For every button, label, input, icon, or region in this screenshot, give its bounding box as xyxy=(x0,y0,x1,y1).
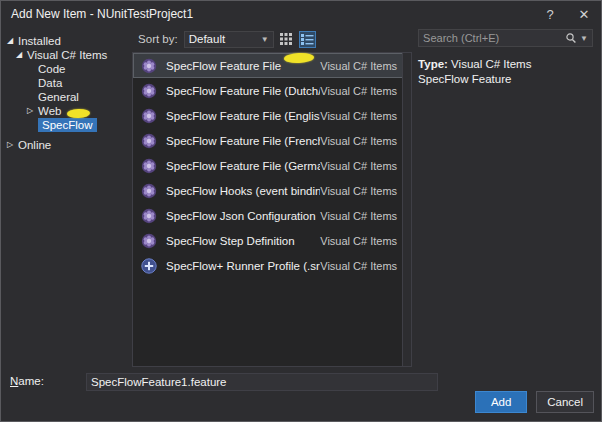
sidebar-item-specflow[interactable]: SpecFlow xyxy=(1,118,130,132)
sidebar-item-online[interactable]: ▷ Online xyxy=(1,138,130,152)
sidebar-item-label: Code xyxy=(38,62,66,76)
grid-view-icon xyxy=(279,32,293,46)
sidebar-item-label: Visual C# Items xyxy=(27,48,107,62)
list-item[interactable]: SpecFlow+ Runner Profile (.srprofile) Vi… xyxy=(133,253,411,278)
item-type: Visual C# Items xyxy=(320,210,397,222)
template-details: Type: Visual C# Items SpecFlow Feature xyxy=(418,57,593,87)
item-type: Visual C# Items xyxy=(320,235,397,247)
list-item[interactable]: SpecFlow Hooks (event bindings) Visual C… xyxy=(133,178,411,203)
list-item[interactable]: SpecFlow Json Configuration Visual C# It… xyxy=(133,203,411,228)
close-button[interactable]: ✕ xyxy=(567,1,601,27)
sidebar-item-label: Web xyxy=(38,104,61,118)
item-label: SpecFlow Hooks (event bindings) xyxy=(166,185,320,197)
list-item[interactable]: SpecFlow Feature File (English) Visual C… xyxy=(133,103,411,128)
item-label: SpecFlow Step Definition xyxy=(166,235,320,247)
item-type: Visual C# Items xyxy=(320,160,397,172)
expander-icon[interactable]: ▷ xyxy=(7,138,18,152)
sidebar-item-label: Online xyxy=(18,138,51,152)
expander-icon[interactable]: ◢ xyxy=(7,34,18,48)
list-item[interactable]: SpecFlow Step Definition Visual C# Items xyxy=(133,228,411,253)
add-new-item-dialog: Add New Item - NUnitTestProject1 ? ✕ ◢ I… xyxy=(0,0,602,422)
item-type: Visual C# Items xyxy=(320,110,397,122)
sort-dropdown[interactable]: Default ▼ xyxy=(184,31,274,48)
list-item[interactable]: SpecFlow Feature File Visual C# Items xyxy=(133,53,411,78)
expander-icon[interactable]: ▷ xyxy=(27,104,38,118)
item-label: SpecFlow Feature File (English) xyxy=(166,110,320,122)
item-type: Visual C# Items xyxy=(320,60,397,72)
sidebar-item-installed[interactable]: ◢ Installed xyxy=(1,34,130,48)
scrollbar[interactable] xyxy=(402,53,411,366)
specflow-icon xyxy=(140,207,157,224)
sidebar-item-label: Data xyxy=(38,76,62,90)
item-label: SpecFlow Feature File (French/français) xyxy=(166,135,320,147)
name-label: Name: xyxy=(10,375,44,387)
help-button[interactable]: ? xyxy=(533,1,567,27)
window-title: Add New Item - NUnitTestProject1 xyxy=(11,7,533,21)
template-description: SpecFlow Feature xyxy=(418,72,593,87)
chevron-down-icon: ▼ xyxy=(261,35,269,44)
type-value: Visual C# Items xyxy=(451,58,531,70)
specflow-icon xyxy=(140,82,157,99)
sidebar-item-label: Installed xyxy=(18,34,61,48)
sort-toolbar: Sort by: Default ▼ xyxy=(130,29,412,49)
list-item[interactable]: SpecFlow Feature File (German/Deutsch) V… xyxy=(133,153,411,178)
search-chevron-down-icon[interactable]: ▼ xyxy=(580,34,588,43)
sidebar-item-data[interactable]: Data xyxy=(1,76,130,90)
list-item[interactable]: SpecFlow Feature File (Dutch/Nederlands)… xyxy=(133,78,411,103)
add-button[interactable]: Add xyxy=(475,391,527,413)
sort-dropdown-value: Default xyxy=(189,33,261,45)
item-type: Visual C# Items xyxy=(320,85,397,97)
expander-icon[interactable]: ◢ xyxy=(16,48,27,62)
search-icon[interactable] xyxy=(565,32,577,44)
list-view-button[interactable] xyxy=(299,31,316,48)
details-panel: ▼ Type: Visual C# Items SpecFlow Feature xyxy=(412,27,601,367)
dialog-body: ◢ Installed ◢ Visual C# Items Code Data … xyxy=(1,27,601,367)
specflow-icon xyxy=(140,157,157,174)
search-box[interactable]: ▼ xyxy=(418,29,593,47)
search-input[interactable] xyxy=(423,32,565,44)
sidebar-item-web[interactable]: ▷ Web xyxy=(1,104,130,118)
item-label: SpecFlow Feature File (German/Deutsch) xyxy=(166,160,320,172)
specflow-icon xyxy=(140,132,157,149)
type-label: Type: xyxy=(418,58,448,70)
template-list: SpecFlow Feature File Visual C# Items Sp… xyxy=(132,52,412,367)
sidebar-item-code[interactable]: Code xyxy=(1,62,130,76)
item-type: Visual C# Items xyxy=(320,260,397,272)
specflow-plus-icon xyxy=(140,257,157,274)
item-type: Visual C# Items xyxy=(320,135,397,147)
titlebar[interactable]: Add New Item - NUnitTestProject1 ? ✕ xyxy=(1,1,601,27)
specflow-icon xyxy=(140,232,157,249)
dialog-footer: Name: Add Cancel xyxy=(1,367,601,421)
medium-icons-view-button[interactable] xyxy=(278,31,295,48)
specflow-icon xyxy=(140,57,157,74)
specflow-icon xyxy=(140,182,157,199)
list-view-icon xyxy=(300,32,314,46)
item-label: SpecFlow Feature File (Dutch/Nederlands) xyxy=(166,85,320,97)
sidebar-item-visual-csharp-items[interactable]: ◢ Visual C# Items xyxy=(1,48,130,62)
name-label-rest: ame: xyxy=(18,375,44,387)
item-label: SpecFlow+ Runner Profile (.srprofile) xyxy=(166,260,320,272)
specflow-icon xyxy=(140,107,157,124)
template-category-tree: ◢ Installed ◢ Visual C# Items Code Data … xyxy=(1,27,130,367)
sort-by-label: Sort by: xyxy=(138,33,178,45)
name-input[interactable] xyxy=(86,373,438,391)
list-item[interactable]: SpecFlow Feature File (French/français) … xyxy=(133,128,411,153)
sidebar-item-general[interactable]: General xyxy=(1,90,130,104)
item-type: Visual C# Items xyxy=(320,185,397,197)
item-label: SpecFlow Json Configuration xyxy=(166,210,320,222)
template-list-panel: Sort by: Default ▼ SpecFlow Feature File… xyxy=(130,27,412,367)
sidebar-item-label: General xyxy=(38,90,79,104)
button-row: Add Cancel xyxy=(475,391,594,413)
sidebar-item-label: SpecFlow xyxy=(38,118,97,132)
cancel-button[interactable]: Cancel xyxy=(536,391,594,413)
